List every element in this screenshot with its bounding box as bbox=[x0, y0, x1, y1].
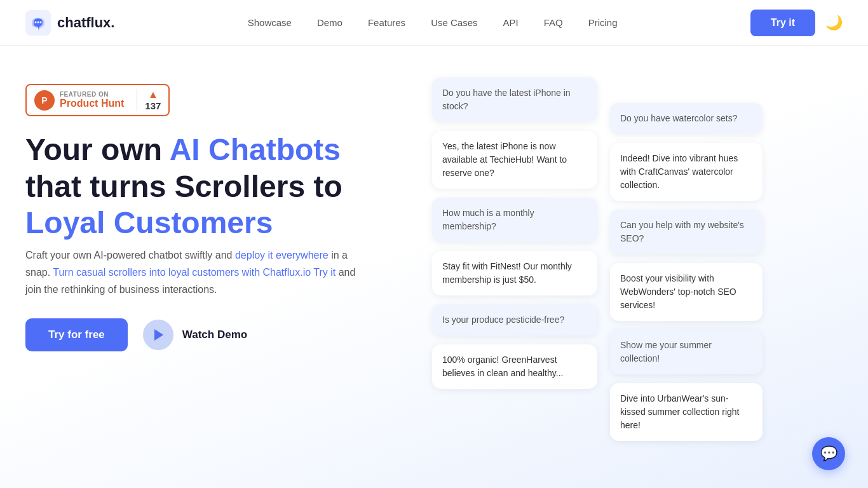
hero-title-line2: that turns Scrollers to bbox=[25, 170, 342, 203]
ph-product-hunt-name: Product Hunt bbox=[60, 98, 124, 109]
svg-point-3 bbox=[40, 21, 42, 23]
try-it-button[interactable]: Try it bbox=[750, 10, 815, 36]
chat-bubble-q1: Do you have the latest iPhone in stock? bbox=[432, 78, 597, 122]
chat-bubble-r2: Stay fit with FitNest! Our monthly membe… bbox=[432, 251, 597, 295]
chat-bubble-q2: How much is a monthly membership? bbox=[432, 198, 597, 242]
chat-bubble-q3: Is your produce pesticide-free? bbox=[432, 304, 597, 336]
brand-name: chatflux. bbox=[57, 15, 114, 31]
nav-api[interactable]: API bbox=[503, 17, 518, 28]
play-icon bbox=[154, 329, 163, 341]
svg-point-2 bbox=[37, 21, 39, 23]
nav-right: Try it 🌙 bbox=[750, 10, 843, 36]
ph-number: 137 bbox=[145, 100, 161, 111]
nav-use-cases[interactable]: Use Cases bbox=[431, 17, 477, 28]
play-circle bbox=[143, 320, 173, 350]
watch-demo-button[interactable]: Watch Demo bbox=[143, 320, 247, 350]
watch-demo-label: Watch Demo bbox=[182, 329, 247, 341]
nav-faq[interactable]: FAQ bbox=[544, 17, 563, 28]
hero-chat-area: Do you have the latest iPhone in stock? … bbox=[407, 71, 843, 488]
hero-section: P FEATURED ON Product Hunt ▲ 137 Your ow… bbox=[0, 46, 868, 488]
chat-bubble-r3: 100% organic! GreenHarvest believes in c… bbox=[432, 344, 597, 389]
try-it-inline-link[interactable]: Try it bbox=[311, 267, 336, 278]
ph-count: ▲ 137 bbox=[137, 89, 161, 111]
chatflux-link[interactable]: Turn casual scrollers into loyal custome… bbox=[53, 267, 311, 278]
nav-links: Showcase Demo Features Use Cases API FAQ… bbox=[248, 17, 618, 28]
hero-title-blue: AI Chatbots bbox=[170, 133, 341, 166]
nav-features[interactable]: Features bbox=[368, 17, 405, 28]
nav-showcase[interactable]: Showcase bbox=[248, 17, 292, 28]
ph-arrow-icon: ▲ bbox=[148, 89, 158, 100]
chat-float-icon: 💬 bbox=[820, 445, 837, 462]
chat-bubble-r5: Boost your visibility with WebWonders' t… bbox=[610, 263, 763, 321]
hero-title-prefix: Your own bbox=[25, 133, 170, 166]
ph-icon: P bbox=[34, 90, 55, 111]
chat-column-right: Do you have watercolor sets? Indeed! Div… bbox=[610, 78, 763, 488]
chat-bubble-q5: Can you help with my website's SEO? bbox=[610, 210, 763, 254]
nav-demo[interactable]: Demo bbox=[317, 17, 342, 28]
chat-bubble-r4: Indeed! Dive into vibrant hues with Craf… bbox=[610, 143, 763, 201]
chat-bubble-q4: Do you have watercolor sets? bbox=[610, 103, 763, 134]
logo[interactable]: chatflux. bbox=[25, 10, 114, 36]
ph-text: FEATURED ON Product Hunt bbox=[60, 91, 124, 109]
chat-bubble-r6: Dive into UrbanWear's sun-kissed summer … bbox=[610, 383, 763, 441]
deploy-link[interactable]: deploy it everywhere bbox=[235, 250, 329, 261]
chat-bubble-r1: Yes, the latest iPhone is now available … bbox=[432, 131, 597, 189]
nav-pricing[interactable]: Pricing bbox=[588, 17, 618, 28]
try-for-free-button[interactable]: Try for free bbox=[25, 318, 128, 351]
logo-icon bbox=[25, 10, 51, 36]
hero-title: Your own AI Chatbots that turns Scroller… bbox=[25, 132, 407, 241]
ph-featured-label: FEATURED ON bbox=[60, 91, 124, 98]
hero-left: P FEATURED ON Product Hunt ▲ 137 Your ow… bbox=[25, 71, 407, 351]
chat-bubble-q6: Show me your summer collection! bbox=[610, 330, 763, 374]
floating-chat-button[interactable]: 💬 bbox=[812, 437, 845, 470]
svg-point-1 bbox=[35, 21, 37, 23]
navbar: chatflux. Showcase Demo Features Use Cas… bbox=[0, 0, 868, 46]
product-hunt-badge[interactable]: P FEATURED ON Product Hunt ▲ 137 bbox=[25, 84, 170, 116]
hero-title-line3: Loyal Customers bbox=[25, 206, 273, 240]
hero-description: Craft your own AI-powered chatbot swiftl… bbox=[25, 247, 356, 299]
chat-column-left: Do you have the latest iPhone in stock? … bbox=[432, 78, 597, 488]
hero-buttons: Try for free Watch Demo bbox=[25, 318, 407, 351]
dark-mode-toggle[interactable]: 🌙 bbox=[825, 15, 843, 31]
